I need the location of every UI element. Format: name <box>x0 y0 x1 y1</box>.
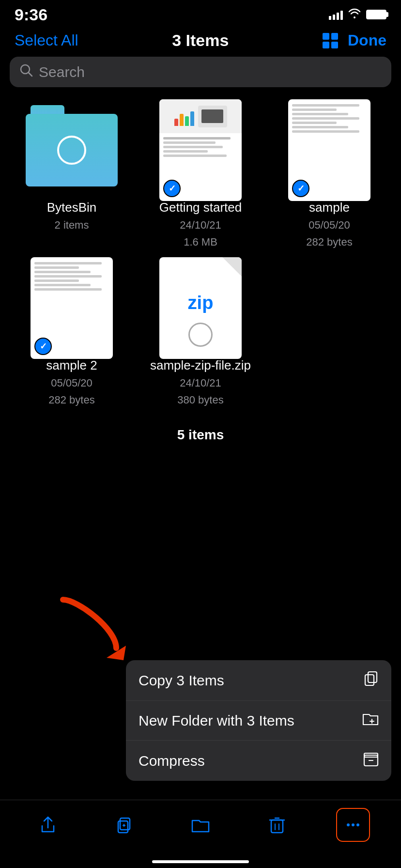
document-thumbnail <box>152 107 249 194</box>
file-meta-size: 1.6 MB <box>184 234 217 250</box>
trash-button[interactable] <box>260 808 294 842</box>
select-all-button[interactable]: Select All <box>15 31 78 49</box>
duplicate-button[interactable] <box>107 808 141 842</box>
file-name: sample-zip-file.zip <box>150 357 251 374</box>
svg-rect-14 <box>271 820 283 833</box>
status-time: 9:36 <box>15 5 47 24</box>
search-container: Search <box>0 57 401 97</box>
search-bar[interactable]: Search <box>10 57 391 87</box>
file-grid: BytesBin 2 items <box>0 97 401 422</box>
status-bar: 9:36 <box>0 0 401 26</box>
nav-bar: Select All 3 Items Done <box>0 26 401 57</box>
copy-icon <box>363 671 379 690</box>
grid-view-icon[interactable] <box>323 33 338 48</box>
menu-item-new-folder[interactable]: New Folder with 3 Items <box>126 701 391 741</box>
zip-thumbnail: zip <box>152 264 249 352</box>
search-placeholder: Search <box>39 64 85 80</box>
file-name: sample <box>309 200 350 216</box>
file-name: Getting started <box>159 200 242 216</box>
bottom-toolbar <box>0 800 401 847</box>
file-item-sample[interactable]: sample 05/05/20 282 bytes <box>267 107 391 250</box>
menu-item-new-folder-label: New Folder with 3 Items <box>139 713 356 729</box>
file-meta-size: 282 bytes <box>306 234 352 250</box>
menu-item-copy-label: Copy 3 Items <box>139 672 357 689</box>
svg-line-1 <box>29 73 32 76</box>
svg-rect-4 <box>365 675 374 685</box>
wifi-icon <box>348 8 361 21</box>
done-button[interactable]: Done <box>348 31 386 49</box>
signal-bars-icon <box>329 9 343 20</box>
status-count: 5 items <box>0 422 401 511</box>
share-button[interactable] <box>31 808 65 842</box>
folder-plus-icon <box>362 712 379 729</box>
menu-item-compress-label: Compress <box>139 753 357 769</box>
archive-icon <box>363 751 379 770</box>
svg-rect-3 <box>368 672 377 682</box>
page-title: 3 Items <box>172 31 229 50</box>
svg-point-20 <box>356 823 359 826</box>
status-icons <box>329 8 386 21</box>
file-meta-date: 05/05/20 <box>308 217 350 233</box>
file-meta-date: 24/10/21 <box>180 375 221 391</box>
menu-item-copy[interactable]: Copy 3 Items <box>126 660 391 701</box>
file-meta-date: 24/10/21 <box>180 217 221 233</box>
document-thumbnail <box>281 107 378 194</box>
context-menu: Copy 3 Items New Folder with 3 Items Com… <box>126 660 391 781</box>
menu-item-compress[interactable]: Compress <box>126 741 391 781</box>
home-indicator <box>152 860 249 863</box>
file-name: BytesBin <box>47 200 97 216</box>
search-icon <box>19 63 33 80</box>
file-meta-size: 380 bytes <box>177 392 223 408</box>
file-item-bytesbin[interactable]: BytesBin 2 items <box>10 107 134 250</box>
svg-point-19 <box>352 823 355 826</box>
document-thumbnail <box>23 264 120 352</box>
file-meta: 2 items <box>55 217 89 233</box>
file-item-sample2[interactable]: sample 2 05/05/20 282 bytes <box>10 264 134 408</box>
file-name: sample 2 <box>46 357 97 374</box>
folder-button[interactable] <box>184 808 217 842</box>
file-meta-date: 05/05/20 <box>51 375 93 391</box>
arrow-indicator <box>39 590 136 665</box>
more-button[interactable] <box>336 808 370 842</box>
file-meta-size: 282 bytes <box>48 392 94 408</box>
nav-right: Done <box>323 31 386 49</box>
svg-point-18 <box>347 823 350 826</box>
file-item-zip[interactable]: zip sample-zip-file.zip 24/10/21 380 byt… <box>139 264 262 408</box>
battery-icon <box>366 10 386 19</box>
folder-thumbnail <box>23 107 120 194</box>
file-item-getting-started[interactable]: Getting started 24/10/21 1.6 MB <box>139 107 262 250</box>
